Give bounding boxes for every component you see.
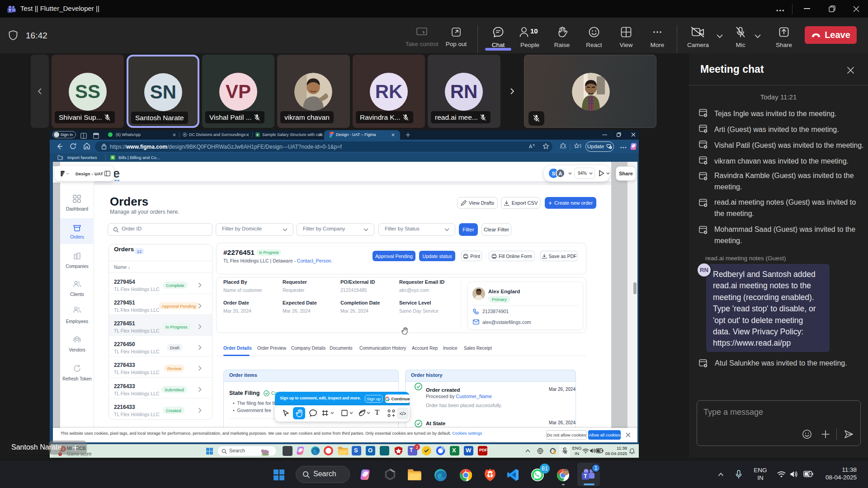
svg-text:!: ! (610, 146, 611, 149)
svg-text:T: T (9, 8, 11, 13)
svg-text:T: T (584, 473, 587, 479)
svg-text:A: A (529, 144, 533, 149)
svg-text:10: 10 (530, 27, 538, 35)
